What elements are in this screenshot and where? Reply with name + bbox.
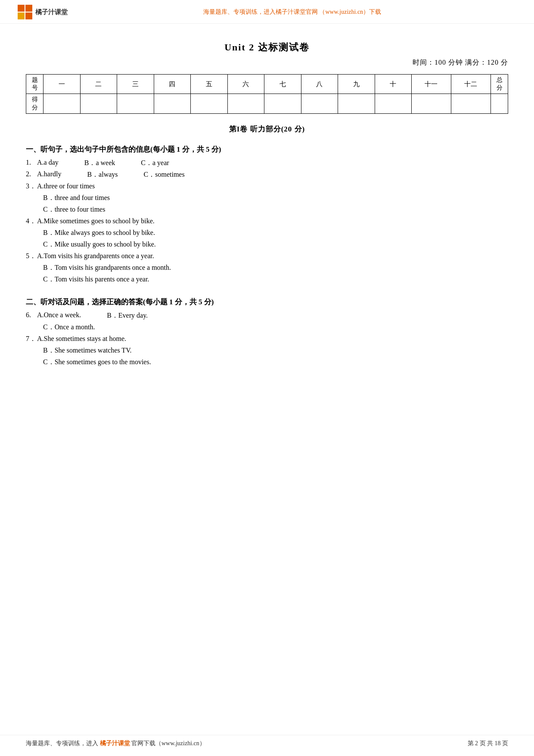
table-score-cell	[264, 94, 301, 113]
q7-option-b: B．She sometimes watches TV.	[43, 346, 508, 355]
q6-option-b: B．Every day.	[107, 311, 148, 320]
table-score-cell	[227, 94, 264, 113]
table-score-cell	[191, 94, 228, 113]
table-score-cell	[451, 94, 491, 113]
question-3-line: 3． A.three or four times	[26, 182, 508, 191]
question-5-num: 5．	[26, 252, 37, 261]
question-3: 3． A.three or four times B．three and fou…	[26, 182, 508, 214]
table-cell: 九	[338, 75, 375, 94]
q6-option-a: A.Once a week.	[37, 311, 81, 320]
question-1: 1. A.a day B．a week C．a year	[26, 159, 508, 168]
q4-option-c: C．Mike usually goes to school by bike.	[43, 240, 508, 249]
table-cell: 二	[80, 75, 117, 94]
score-table: 题号 一 二 三 四 五 六 七 八 九 十 十一 十二 总分 得分	[26, 74, 508, 114]
question-2-options: A.hardly B．always C．sometimes	[37, 170, 185, 179]
q7-option-c: C．She sometimes goes to the movies.	[43, 358, 508, 367]
section1-header: 第I卷 听力部分(20 分)	[26, 124, 508, 134]
question-6-line: 6. A.Once a week. B．Every day.	[26, 311, 508, 320]
table-score-label: 得分	[26, 94, 43, 113]
question-6-options: A.Once a week. B．Every day.	[37, 311, 148, 320]
question-7: 7． A.She sometimes stays at home. B．She …	[26, 334, 508, 367]
svg-rect-1	[25, 5, 32, 12]
table-header-cell: 题号	[26, 75, 43, 94]
table-cell: 十二	[451, 75, 491, 94]
footer-slogan-text: 海量题库、专项训练，进入	[26, 740, 98, 747]
question-6-num: 6.	[26, 311, 37, 319]
q1-option-c: C．a year	[141, 159, 169, 168]
question-7-num: 7．	[26, 334, 37, 344]
table-cell: 五	[191, 75, 228, 94]
score-table-row2: 得分	[26, 94, 508, 113]
table-cell: 三	[117, 75, 154, 94]
question-1-options: A.a day B．a week C．a year	[37, 159, 169, 168]
q2-option-a: A.hardly	[37, 170, 61, 179]
question-4-line: 4． A.Mike sometimes goes to school by bi…	[26, 217, 508, 226]
q1-option-b: B．a week	[84, 159, 115, 168]
q6-option-c: C．Once a month.	[43, 323, 508, 332]
logo-area: 橘子汁课堂	[17, 4, 68, 20]
footer-brand: 橘子汁课堂	[100, 740, 130, 747]
svg-rect-0	[18, 5, 25, 12]
q3-option-c: C．three to four times	[43, 205, 508, 214]
table-score-cell	[301, 94, 338, 113]
q2-option-c: C．sometimes	[144, 170, 185, 179]
q5-option-b: B．Tom visits his grandparents once a mon…	[43, 263, 508, 272]
q2-option-b: B．always	[87, 170, 118, 179]
question-4: 4． A.Mike sometimes goes to school by bi…	[26, 217, 508, 249]
footer-page: 第 2 页 共 18 页	[468, 740, 509, 747]
question-6: 6. A.Once a week. B．Every day. C．Once a …	[26, 311, 508, 332]
svg-rect-2	[18, 12, 25, 19]
q4-option-b: B．Mike always goes to school by bike.	[43, 228, 508, 237]
q4-option-a: A.Mike sometimes goes to school by bike.	[37, 217, 155, 225]
table-score-cell	[375, 94, 412, 113]
table-cell: 一	[43, 75, 81, 94]
logo-icon	[17, 4, 33, 20]
time-info: 时间：100 分钟 满分：120 分	[26, 58, 508, 67]
question-3-num: 3．	[26, 182, 37, 191]
question-5-line: 5． A.Tom visits his grandparents once a …	[26, 252, 508, 261]
part1-title: 一、听句子，选出句子中所包含的信息(每小题 1 分，共 5 分)	[26, 144, 508, 154]
question-2-num: 2.	[26, 170, 37, 178]
table-score-cell	[117, 94, 154, 113]
logo-text: 橘子汁课堂	[35, 8, 68, 16]
table-cell: 八	[301, 75, 338, 94]
question-1-num: 1.	[26, 159, 37, 166]
footer-slogan: 海量题库、专项训练，进入 橘子汁课堂 官网下载（www.juzizhi.cn）	[26, 740, 205, 747]
page-footer: 海量题库、专项训练，进入 橘子汁课堂 官网下载（www.juzizhi.cn） …	[0, 735, 534, 747]
table-score-cell	[154, 94, 191, 113]
q5-option-c: C．Tom visits his parents once a year.	[43, 275, 508, 284]
table-score-cell	[43, 94, 81, 113]
table-cell: 十一	[412, 75, 451, 94]
table-cell: 十	[375, 75, 412, 94]
table-score-cell	[412, 94, 451, 113]
table-cell: 六	[227, 75, 264, 94]
table-cell-total: 总分	[491, 75, 508, 94]
page-header: 橘子汁课堂 海量题库、专项训练，进入橘子汁课堂官网 （www.juzizhi.c…	[0, 0, 534, 24]
q3-option-a: A.three or four times	[37, 182, 95, 190]
q3-option-b: B．three and four times	[43, 194, 508, 203]
q1-option-a: A.a day	[37, 159, 59, 168]
table-cell: 四	[154, 75, 191, 94]
table-score-cell	[338, 94, 375, 113]
main-content: Unit 2 达标测试卷 时间：100 分钟 满分：120 分 题号 一 二 三…	[0, 24, 534, 395]
part2-title: 二、听对话及问题，选择正确的答案(每小题 1 分，共 5 分)	[26, 297, 508, 307]
question-5: 5． A.Tom visits his grandparents once a …	[26, 252, 508, 284]
score-table-row1: 题号 一 二 三 四 五 六 七 八 九 十 十一 十二 总分	[26, 75, 508, 94]
table-score-cell	[80, 94, 117, 113]
q7-option-a: A.She sometimes stays at home.	[37, 335, 126, 343]
exam-title: Unit 2 达标测试卷	[26, 41, 508, 54]
q5-option-a: A.Tom visits his grandparents once a yea…	[37, 252, 154, 260]
header-slogan: 海量题库、专项训练，进入橘子汁课堂官网 （www.juzizhi.cn）下载	[68, 8, 517, 16]
question-4-num: 4．	[26, 217, 37, 226]
question-7-line: 7． A.She sometimes stays at home.	[26, 334, 508, 344]
svg-rect-3	[25, 12, 32, 19]
question-2: 2. A.hardly B．always C．sometimes	[26, 170, 508, 179]
table-cell: 七	[264, 75, 301, 94]
footer-slogan2: 官网下载（www.juzizhi.cn）	[131, 740, 205, 747]
table-score-cell	[491, 94, 508, 113]
